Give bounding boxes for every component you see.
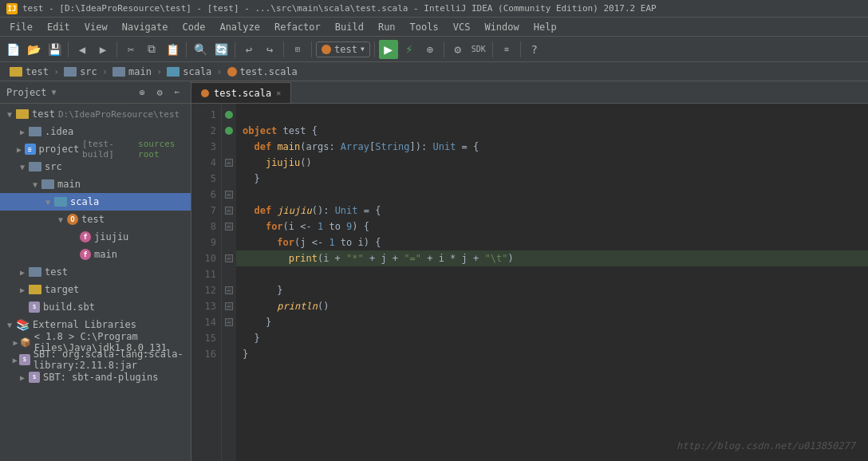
tree-item-target[interactable]: ▶ target [0,281,191,298]
forward-btn[interactable]: ▶ [93,40,112,59]
find-btn[interactable]: 🔍 [191,40,210,59]
gutter-14[interactable]: − [223,314,235,330]
gutter-2[interactable] [223,123,235,139]
circle-icon-test: O [67,214,78,225]
project-panel-header: Project ▼ ⊕ ⚙ ← [0,81,191,104]
tree-item-scala-lib[interactable]: ▶ S SBT: org.scala-lang:scala-library:2.… [0,351,191,368]
tree-item-project[interactable]: ▶ ≡ project [test-build] sources root [0,140,191,158]
locate-btn[interactable]: ⊕ [135,85,149,100]
settings-btn[interactable]: ⚙ [448,40,468,59]
tree-item-main-method[interactable]: f main [0,246,191,263]
menu-build[interactable]: Build [329,20,370,34]
tree-item-jiujiu[interactable]: f jiujiu [0,228,191,246]
folder-icon-idea [29,127,41,136]
menu-view[interactable]: View [78,20,114,34]
breadcrumb-scala[interactable]: scala [164,66,215,77]
tree-item-main[interactable]: ▼ main [0,175,191,193]
gutter-1[interactable] [223,107,235,123]
fold-marker-4[interactable]: − [225,159,233,167]
menu-edit[interactable]: Edit [41,20,77,34]
run-button[interactable]: ▶ [379,40,398,59]
gutter-4[interactable]: − [223,155,235,171]
project-panel-dropdown[interactable]: ▼ [52,88,57,97]
tree-item-test-folder[interactable]: ▶ test [0,263,191,281]
fold-marker-10[interactable]: − [225,254,233,262]
breadcrumb-file[interactable]: test.scala [224,66,301,77]
settings-tree-btn[interactable]: ⚙ [152,85,167,100]
save-btn[interactable]: 💾 [45,40,64,59]
folder-icon-scala-tree [54,197,67,207]
gutter-6[interactable]: − [223,187,235,203]
menu-code[interactable]: Code [176,20,212,34]
circle-icon-jiujiu: f [80,231,91,242]
breadcrumb: test › src › main › scala › test.scala [0,62,868,81]
menu-navigate[interactable]: Navigate [116,20,175,34]
breadcrumb-test[interactable]: test [6,66,52,77]
menu-file[interactable]: File [3,20,39,34]
paste-btn[interactable]: 📋 [163,40,182,59]
editor-tabs: test.scala ✕ [191,81,868,104]
tree-item-src[interactable]: ▼ src [0,158,191,175]
tab-test-scala[interactable]: test.scala ✕ [191,82,291,103]
gutter-7[interactable]: − [223,203,235,219]
replace-btn[interactable]: 🔄 [211,40,231,59]
tree-item-scala[interactable]: ▼ scala [0,193,191,211]
fold-marker-12[interactable]: − [225,286,233,294]
fold-marker-6[interactable]: − [225,191,233,199]
sdk-btn[interactable]: SDK [469,40,488,59]
gutter-13[interactable]: − [223,298,235,314]
tree-item-idea[interactable]: ▶ .idea [0,123,191,140]
open-btn[interactable]: 📂 [24,40,43,59]
gutter-8[interactable]: − [223,219,235,234]
menu-run[interactable]: Run [372,20,402,34]
coverage-button[interactable]: ⊕ [420,40,440,59]
undo-btn[interactable]: ↩ [239,40,258,59]
back-btn[interactable]: ◀ [73,40,92,59]
menu-refactor[interactable]: Refactor [268,20,327,34]
tab-close-btn[interactable]: ✕ [276,89,281,97]
new-project-btn[interactable]: 📄 [3,40,22,59]
menu-vcs[interactable]: VCS [447,20,477,34]
help-btn[interactable]: ? [525,40,544,59]
toolbar-sep-8 [444,41,444,57]
tree-item-build-sbt[interactable]: S build.sbt [0,298,191,316]
hide-panel-btn[interactable]: ← [170,85,184,100]
folder-icon-scala [167,67,180,77]
gutter-10[interactable]: − [223,250,235,266]
fold-marker-13[interactable]: − [225,302,233,310]
code-content[interactable]: object test { def main(args: Array[Strin… [236,104,868,461]
tree-item-test-obj[interactable]: ▼ O test [0,211,191,228]
redo-btn[interactable]: ↪ [260,40,279,59]
fold-marker-7[interactable]: − [225,207,233,215]
tree-item-test-root[interactable]: ▼ test D:\IdeaProResource\test [0,105,191,123]
gutter-3 [223,139,235,155]
run-structure-btn[interactable]: ⊞ [288,40,307,59]
run-marker-2 [225,127,233,135]
menu-help[interactable]: Help [527,20,563,34]
ext-libs-icon: 📚 [16,318,30,331]
toolbar-sep-7 [374,41,375,57]
run-config-selector[interactable]: test ▼ [316,41,370,57]
folder-icon-src [29,162,41,171]
gutter-11 [223,266,235,282]
toolbar-sep-5 [283,41,284,57]
tree-item-sbt-plugins[interactable]: ▶ S SBT: sbt-and-plugins [0,368,191,386]
breadcrumb-main[interactable]: main [109,66,155,77]
project-panel: Project ▼ ⊕ ⚙ ← ▼ test D:\IdeaProResourc… [0,81,191,461]
debug-button[interactable]: ⚡ [400,40,419,59]
fold-marker-8[interactable]: − [225,223,233,230]
tab-label: test.scala [214,88,271,99]
fold-marker-14[interactable]: − [225,318,233,326]
config-label: test [334,44,357,55]
app-icon: IJ [6,3,18,14]
title-bar: IJ test - [D:\IdeaProResource\test] - [t… [0,0,868,18]
breadcrumb-src[interactable]: src [61,66,101,77]
tasks-btn[interactable]: ≡ [497,40,516,59]
menu-analyze[interactable]: Analyze [213,20,266,34]
copy-btn[interactable]: ⧉ [142,40,161,59]
cut-btn[interactable]: ✂ [121,40,140,59]
menu-tools[interactable]: Tools [404,20,445,34]
gutter-12[interactable]: − [223,282,235,298]
menu-window[interactable]: Window [478,20,525,34]
folder-icon-target [29,285,41,294]
